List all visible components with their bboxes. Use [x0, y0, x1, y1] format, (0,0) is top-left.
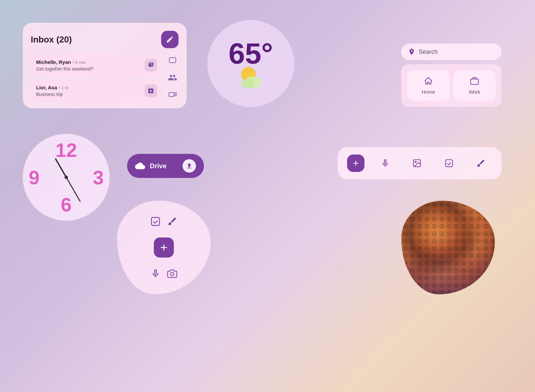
shortcut-home-label: Home [422, 89, 435, 95]
inbox-header: Inbox (20) [31, 31, 179, 48]
blob-mic-icon [150, 269, 160, 279]
clock-number-3: 3 [93, 166, 104, 189]
blob-camera-button[interactable] [167, 269, 177, 279]
svg-rect-1 [169, 93, 174, 97]
work-icon [470, 76, 479, 86]
search-placeholder: Search [419, 48, 438, 56]
inbox-sidebar [167, 54, 179, 102]
inbox-content: Michelle, Ryan • 5 min Get together this… [31, 54, 179, 102]
message-1-archive[interactable] [144, 59, 157, 72]
inbox-messages: Michelle, Ryan • 5 min Get together this… [31, 54, 163, 102]
drive-icon [135, 161, 145, 171]
shortcut-home[interactable]: Home [407, 70, 449, 101]
toolbar-image-button[interactable] [406, 159, 429, 168]
clock-widget: 12 3 6 9 [23, 134, 110, 221]
mic-icon [381, 159, 390, 168]
svg-rect-5 [470, 79, 478, 84]
archive-icon [147, 62, 154, 69]
message-2-info: Lior, Asa • 1 hr Business trip [36, 85, 144, 97]
inbox-widget: Inbox (20) Michelle, Ryan • 5 min Get to… [23, 23, 187, 108]
svg-rect-8 [445, 160, 452, 167]
clock-number-9: 9 [29, 166, 39, 189]
blob-checkbox-icon [150, 216, 161, 227]
upload-icon [186, 162, 193, 170]
svg-point-4 [241, 79, 254, 88]
clock-number-6: 6 [61, 193, 72, 216]
blob-brush-button[interactable] [167, 216, 177, 226]
svg-point-7 [415, 161, 416, 163]
chat-icon-button[interactable] [167, 55, 179, 67]
drive-widget[interactable]: Drive [127, 154, 204, 178]
svg-point-10 [171, 272, 174, 276]
group-icon-button[interactable] [167, 72, 179, 84]
message-2-archive[interactable] [144, 84, 157, 97]
message-1-preview: Get together this weekend? [36, 66, 144, 72]
clock-number-12: 12 [56, 139, 77, 161]
svg-rect-9 [151, 217, 159, 225]
blob-icon-grid [150, 211, 178, 284]
texture-blob-overlay [401, 201, 495, 294]
edit-icon [166, 35, 174, 43]
weather-widget: 65° [207, 20, 294, 107]
texture-blob [401, 201, 495, 294]
image-icon [412, 159, 422, 168]
blob-add-icon [158, 242, 169, 253]
blob-camera-icon [167, 269, 177, 279]
blob-brush-icon [167, 216, 177, 226]
blob-add-button[interactable] [154, 237, 174, 258]
toolbar-widget [338, 147, 502, 179]
toolbar-add-button[interactable] [347, 155, 364, 172]
inbox-title: Inbox (20) [31, 34, 72, 45]
video-icon-button[interactable] [167, 88, 179, 100]
svg-rect-0 [169, 58, 176, 63]
checkbox-icon [444, 159, 454, 168]
compose-button[interactable] [161, 31, 179, 48]
clock-center [65, 176, 68, 179]
message-1[interactable]: Michelle, Ryan • 5 min Get together this… [31, 54, 163, 76]
message-2[interactable]: Lior, Asa • 1 hr Business trip [31, 80, 163, 102]
message-1-sender: Michelle, Ryan • 5 min [36, 59, 144, 65]
toolbar-mic-button[interactable] [374, 159, 397, 168]
shortcut-work-label: Work [469, 89, 480, 95]
search-bar[interactable]: Search [401, 43, 502, 60]
message-2-sender: Lior, Asa • 1 hr [36, 85, 144, 91]
search-widget: Search Home Work [401, 43, 502, 107]
add-icon [351, 159, 360, 168]
drive-upload-button[interactable] [183, 159, 196, 173]
home-icon [424, 76, 433, 86]
shortcuts-row: Home Work [401, 64, 502, 107]
location-icon [408, 48, 415, 56]
weather-sun-cloud-icon [236, 65, 266, 88]
weather-icon [236, 65, 266, 88]
weather-temperature: 65° [228, 39, 273, 68]
clock-face: 12 3 6 9 [26, 137, 106, 217]
drive-label: Drive [150, 162, 178, 170]
toolbar-checkbox-button[interactable] [438, 159, 460, 168]
toolbar-brush-button[interactable] [470, 159, 493, 168]
message-2-preview: Business trip [36, 92, 144, 97]
blob-widget [117, 201, 211, 294]
message-1-info: Michelle, Ryan • 5 min Get together this… [36, 59, 144, 72]
brush-icon [476, 159, 486, 168]
blob-mic-button[interactable] [150, 269, 160, 279]
shortcut-work[interactable]: Work [453, 70, 496, 101]
blob-checkbox-button[interactable] [150, 216, 161, 227]
archive-icon-2 [147, 87, 154, 94]
